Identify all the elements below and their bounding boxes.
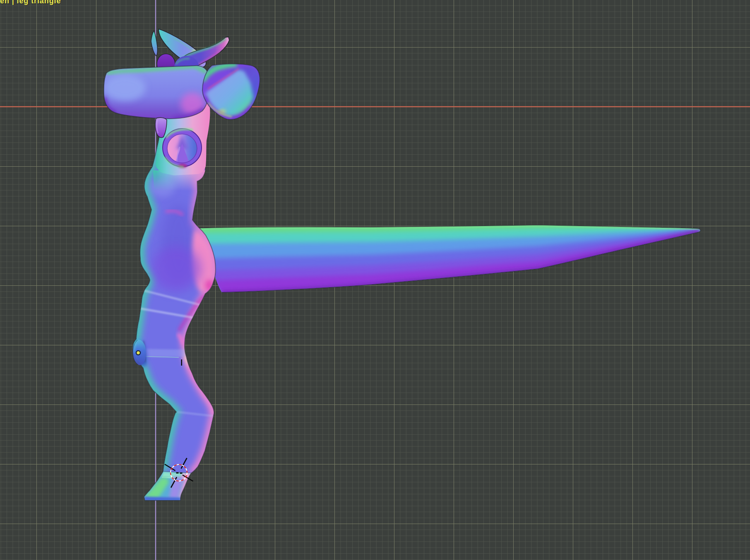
svg-text:en | leg triangle: en | leg triangle	[0, 0, 61, 5]
